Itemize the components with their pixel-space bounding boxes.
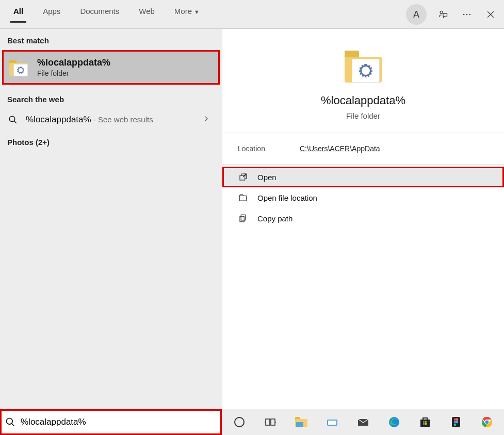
action-open[interactable]: Open — [222, 167, 504, 187]
svg-rect-18 — [425, 421, 427, 423]
svg-point-25 — [456, 421, 459, 424]
cortana-icon[interactable] — [232, 415, 247, 429]
svg-rect-11 — [266, 419, 270, 425]
tab-more-label: More — [174, 7, 192, 15]
best-match-heading: Best match — [0, 29, 222, 50]
microsoft-store-icon[interactable] — [418, 415, 432, 429]
chrome-icon[interactable] — [480, 415, 494, 429]
tab-more[interactable]: More▼ — [167, 3, 207, 26]
svg-point-0 — [440, 11, 443, 13]
svg-point-4 — [9, 116, 15, 122]
open-icon — [238, 172, 248, 182]
preview-title: %localappdata% — [321, 94, 405, 107]
web-result[interactable]: %localappdata% - See web results — [0, 109, 222, 131]
svg-point-26 — [454, 424, 457, 426]
search-scope-tabs: All Apps Documents Web More▼ — [6, 3, 207, 26]
search-web-heading: Search the web — [0, 88, 222, 109]
bottom-bar — [0, 409, 504, 435]
svg-point-3 — [469, 14, 471, 15]
svg-rect-7 — [241, 215, 245, 220]
chevron-down-icon: ▼ — [194, 9, 200, 15]
preview-summary: %localappdata% File folder — [222, 29, 504, 133]
best-match-text: %localappdata% File folder — [37, 57, 110, 77]
location-value[interactable]: C:\Users\ACER\AppData — [300, 144, 380, 153]
file-explorer-icon[interactable] — [294, 415, 308, 429]
preview-subtitle: File folder — [346, 111, 380, 120]
tab-all[interactable]: All — [6, 3, 30, 26]
action-open-label: Open — [257, 173, 277, 182]
svg-rect-12 — [271, 419, 275, 425]
header-right: A — [406, 0, 498, 29]
chevron-right-icon — [203, 115, 209, 125]
action-open-file-location[interactable]: Open file location — [222, 187, 504, 208]
svg-rect-17 — [423, 421, 425, 423]
location-label: Location — [238, 144, 300, 153]
edge-icon[interactable] — [387, 415, 401, 429]
copy-icon — [238, 213, 248, 223]
best-match-result[interactable]: %localappdata% File folder — [2, 50, 220, 85]
svg-point-10 — [235, 417, 244, 427]
search-box[interactable] — [0, 409, 222, 435]
feedback-icon[interactable] — [436, 7, 450, 22]
tab-apps[interactable]: Apps — [36, 3, 68, 26]
web-query-text: %localappdata% — [26, 115, 91, 124]
folder-icon — [345, 50, 382, 83]
svg-rect-14 — [328, 421, 336, 425]
svg-point-1 — [463, 14, 465, 15]
tab-web[interactable]: Web — [132, 3, 162, 26]
svg-rect-20 — [425, 423, 427, 425]
folder-location-icon — [238, 192, 248, 203]
svg-point-2 — [466, 14, 468, 15]
photos-heading[interactable]: Photos (2+) — [0, 131, 222, 152]
preview-pane: %localappdata% File folder Location C:\U… — [222, 29, 504, 409]
search-icon — [5, 417, 15, 427]
mail-icon[interactable] — [356, 415, 370, 429]
best-match-subtitle: File folder — [37, 69, 110, 77]
header: All Apps Documents Web More▼ A — [0, 0, 504, 29]
svg-point-23 — [456, 418, 459, 421]
taskbar — [222, 415, 504, 429]
close-icon[interactable] — [483, 7, 498, 22]
svg-rect-19 — [423, 423, 425, 425]
preview-actions: Open Open file location Copy path — [222, 165, 504, 231]
main: Best match %localappdata% File folder Se… — [0, 29, 504, 409]
svg-point-9 — [7, 418, 13, 425]
results-pane: Best match %localappdata% File folder Se… — [0, 29, 222, 409]
user-avatar[interactable]: A — [406, 4, 427, 25]
svg-rect-6 — [239, 196, 247, 201]
best-match-title: %localappdata% — [37, 57, 110, 68]
figma-icon[interactable] — [449, 415, 463, 429]
task-view-icon[interactable] — [263, 415, 278, 429]
action-copy-path[interactable]: Copy path — [222, 208, 504, 229]
web-result-text: %localappdata% - See web results — [26, 115, 153, 125]
tab-documents[interactable]: Documents — [73, 3, 126, 26]
more-options-icon[interactable] — [460, 7, 474, 22]
avatar-initial: A — [413, 9, 419, 20]
keyboard-app-icon[interactable] — [325, 415, 339, 429]
location-row: Location C:\Users\ACER\AppData — [222, 133, 504, 165]
action-copy-path-label: Copy path — [257, 214, 292, 223]
folder-icon — [9, 59, 28, 76]
search-input[interactable] — [21, 417, 217, 427]
web-suffix-text: - See web results — [91, 115, 153, 124]
search-icon — [7, 114, 19, 125]
svg-rect-8 — [240, 216, 244, 222]
action-open-location-label: Open file location — [257, 194, 317, 202]
